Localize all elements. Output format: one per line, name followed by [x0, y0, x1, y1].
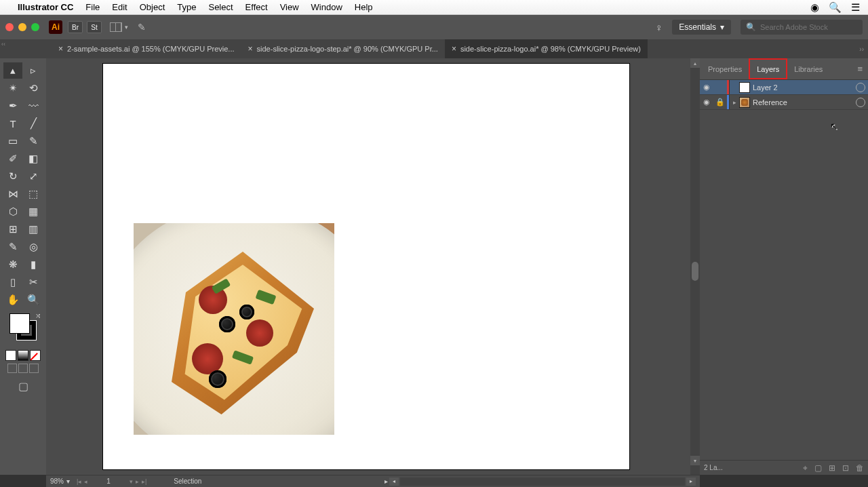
- gradient-mode-icon[interactable]: [18, 350, 28, 361]
- blend-tool[interactable]: ◎: [24, 239, 43, 255]
- width-tool[interactable]: ⋈: [3, 186, 22, 202]
- menu-file[interactable]: File: [85, 2, 100, 12]
- menu-edit[interactable]: Edit: [112, 2, 127, 12]
- lasso-tool[interactable]: ⟲: [24, 80, 43, 96]
- none-mode-icon[interactable]: [30, 350, 41, 361]
- window-traffic-lights[interactable]: [5, 23, 39, 31]
- hand-tool[interactable]: ✋: [3, 292, 22, 308]
- line-tool[interactable]: ╱: [24, 115, 43, 132]
- menu-window[interactable]: Window: [311, 2, 342, 12]
- layer-name-label[interactable]: Reference: [753, 98, 856, 106]
- scroll-thumb[interactable]: [692, 262, 698, 281]
- menu-view[interactable]: View: [280, 2, 299, 12]
- free-transform-tool[interactable]: ⬚: [24, 186, 43, 202]
- scroll-right-icon[interactable]: ▸: [686, 478, 696, 486]
- draw-normal-icon[interactable]: [7, 364, 17, 373]
- scale-tool[interactable]: ⤢: [24, 168, 43, 184]
- first-artboard-icon[interactable]: |◂: [77, 478, 81, 485]
- tab-layers[interactable]: Layers: [749, 58, 787, 79]
- prev-artboard-icon[interactable]: ◂: [84, 478, 87, 485]
- draw-behind-icon[interactable]: [18, 364, 28, 373]
- locate-object-icon[interactable]: ⌖: [803, 463, 808, 473]
- menu-type[interactable]: Type: [177, 2, 196, 12]
- chevron-down-icon[interactable]: ▾: [130, 478, 133, 485]
- menu-help[interactable]: Help: [355, 2, 373, 12]
- spotlight-search-icon[interactable]: 🔍: [829, 1, 842, 14]
- selection-tool[interactable]: ▴: [3, 62, 22, 79]
- app-menu[interactable]: Illustrator CC: [18, 2, 73, 12]
- menu-object[interactable]: Object: [140, 2, 165, 12]
- new-layer-icon[interactable]: ⊡: [842, 463, 849, 473]
- mesh-tool[interactable]: ⊞: [3, 221, 22, 237]
- close-window-icon[interactable]: [5, 23, 14, 31]
- slice-tool[interactable]: ✂: [24, 274, 43, 290]
- lock-toggle-icon[interactable]: 🔒: [713, 98, 727, 106]
- target-icon[interactable]: [856, 83, 865, 92]
- zoom-tool[interactable]: 🔍: [24, 292, 43, 308]
- magic-wand-tool[interactable]: ✴: [3, 80, 22, 96]
- close-tab-icon[interactable]: ×: [452, 44, 456, 54]
- canvas[interactable]: ▴ ▾: [46, 58, 700, 475]
- document-tab-active[interactable]: × side-slice-pizza-logo.ai* @ 98% (CMYK/…: [445, 39, 648, 58]
- color-mode-icon[interactable]: [5, 350, 16, 361]
- bridge-button[interactable]: Br: [68, 21, 83, 33]
- adobe-stock-search[interactable]: 🔍: [741, 20, 863, 35]
- creative-cloud-icon[interactable]: ◉: [810, 1, 819, 14]
- type-tool[interactable]: T: [3, 115, 22, 132]
- status-menu-icon[interactable]: ▸: [384, 478, 388, 485]
- panel-menu-icon[interactable]: ≡: [857, 64, 863, 74]
- stock-button[interactable]: St: [87, 21, 102, 33]
- stock-search-input[interactable]: [760, 23, 857, 31]
- close-tab-icon[interactable]: ×: [248, 44, 253, 54]
- new-sublayer-icon[interactable]: ⊞: [829, 463, 835, 473]
- menu-list-icon[interactable]: ☰: [851, 1, 860, 14]
- chevron-down-icon[interactable]: ▾: [125, 24, 128, 31]
- document-tab[interactable]: × side-slice-pizza-logo-step.ai* @ 90% (…: [241, 39, 445, 58]
- minimize-window-icon[interactable]: [18, 23, 26, 31]
- fill-swatch[interactable]: [9, 313, 30, 334]
- swap-fill-stroke-icon[interactable]: ⤭: [35, 312, 41, 319]
- document-tab[interactable]: × 2-sample-assets.ai @ 155% (CMYK/GPU Pr…: [52, 39, 241, 58]
- curvature-tool[interactable]: 〰: [24, 98, 43, 114]
- eraser-tool[interactable]: ◧: [24, 151, 43, 167]
- expand-toggle-icon[interactable]: ▸: [730, 99, 739, 106]
- layer-name-label[interactable]: Layer 2: [753, 83, 856, 92]
- layer-row[interactable]: ◉ Layer 2: [700, 80, 868, 95]
- close-tab-icon[interactable]: ×: [58, 44, 63, 54]
- zoom-level-field[interactable]: 98% ▾: [50, 478, 70, 485]
- artboard-tool[interactable]: ▯: [3, 274, 22, 290]
- menu-select[interactable]: Select: [208, 2, 233, 12]
- collapse-chevron-icon[interactable]: ‹‹: [1, 41, 5, 47]
- graph-tool[interactable]: ▮: [24, 256, 43, 273]
- scroll-down-icon[interactable]: ▾: [690, 456, 700, 465]
- gradient-tool[interactable]: ▥: [24, 221, 43, 237]
- maximize-window-icon[interactable]: [31, 23, 39, 31]
- target-icon[interactable]: [856, 98, 865, 107]
- artboard-nav[interactable]: |◂ ◂: [77, 478, 87, 485]
- rotate-tool[interactable]: ↻: [3, 168, 22, 184]
- next-artboard-icon[interactable]: ▸: [136, 478, 139, 485]
- tab-libraries[interactable]: Libraries: [787, 58, 829, 79]
- scroll-left-icon[interactable]: ◂: [389, 478, 399, 486]
- chevron-down-icon[interactable]: ▾: [66, 478, 70, 485]
- fill-stroke-swatch[interactable]: ⤭: [0, 313, 46, 349]
- horizontal-scrollbar[interactable]: ▸ ◂ ▸: [384, 478, 696, 486]
- last-artboard-icon[interactable]: ▸|: [142, 478, 146, 485]
- shape-builder-tool[interactable]: ⬡: [3, 203, 22, 220]
- paintbrush-tool[interactable]: ✎: [24, 133, 43, 149]
- visibility-toggle-icon[interactable]: ◉: [700, 98, 713, 106]
- artboard-nav[interactable]: ▾ ▸ ▸|: [130, 478, 146, 485]
- tabs-overflow-icon[interactable]: ››: [859, 45, 864, 53]
- arrange-documents-button[interactable]: [110, 22, 122, 32]
- draw-inside-icon[interactable]: [29, 364, 39, 373]
- visibility-toggle-icon[interactable]: ◉: [700, 83, 713, 92]
- menu-effect[interactable]: Effect: [245, 2, 268, 12]
- eyedropper-tool[interactable]: ✎: [3, 239, 22, 255]
- shaper-tool[interactable]: ✐: [3, 151, 22, 167]
- pen-tool[interactable]: ✒: [3, 98, 22, 114]
- scroll-track[interactable]: [400, 478, 685, 486]
- screen-mode-icon[interactable]: ▢: [0, 380, 46, 393]
- placed-image[interactable]: [134, 223, 334, 435]
- symbol-sprayer-tool[interactable]: ❋: [3, 256, 22, 273]
- rectangle-tool[interactable]: ▭: [3, 133, 22, 149]
